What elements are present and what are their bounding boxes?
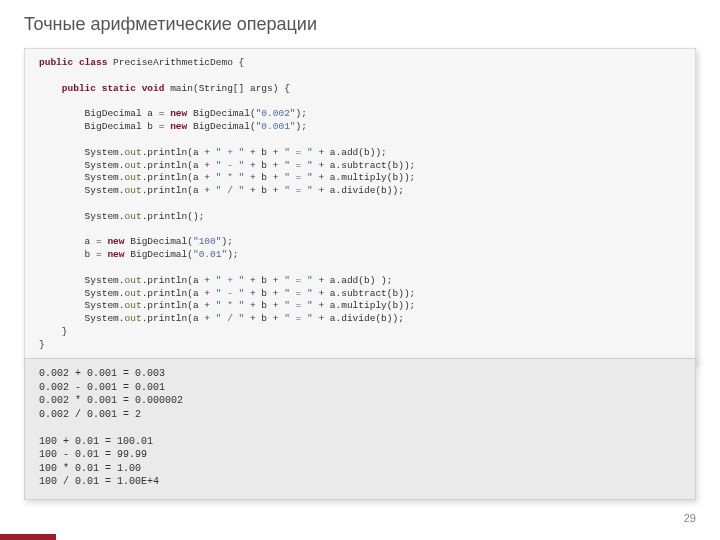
txt: System. [39,275,125,286]
txt: BigDecimal( [125,249,193,260]
fld: out [125,172,142,183]
txt: System. [39,185,125,196]
txt: ); [221,236,232,247]
txt: System. [39,288,125,299]
fld: out [125,211,142,222]
txt: + a.divide(b)); [313,185,404,196]
fld: out [125,313,142,324]
txt: .println(a + [142,185,216,196]
str: " / " [216,185,245,196]
str: "100" [193,236,222,247]
str: " + " [216,147,245,158]
txt: + b + [244,288,284,299]
page-number: 29 [684,512,696,524]
str: " + " [216,275,245,286]
str: " - " [216,288,245,299]
txt: } [39,339,45,350]
kw: public class [39,57,107,68]
txt: ); [227,249,238,260]
str: "0.001" [256,121,296,132]
str: " = " [284,288,313,299]
txt: BigDecimal b = [39,121,170,132]
txt: b = [39,249,107,260]
str: " = " [284,313,313,324]
txt: + b + [244,147,284,158]
txt: .println(a + [142,275,216,286]
str: " * " [216,172,245,183]
txt: BigDecimal( [187,108,255,119]
out-line: 100 * 0.01 = 1.00 [39,463,141,474]
fld: out [125,185,142,196]
txt: PreciseArithmeticDemo { [107,57,244,68]
txt: .println(a + [142,172,216,183]
slide-title: Точные арифметические операции [24,14,317,35]
txt: BigDecimal a = [39,108,170,119]
out-line: 0.002 + 0.001 = 0.003 [39,368,165,379]
fld: out [125,288,142,299]
str: " / " [216,313,245,324]
out-line: 0.002 / 0.001 = 2 [39,409,141,420]
txt: + a.divide(b)); [313,313,404,324]
out-line: 100 - 0.01 = 99.99 [39,449,147,460]
str: " = " [284,160,313,171]
txt: + b + [244,172,284,183]
str: "0.002" [256,108,296,119]
txt: + a.add(b) ); [313,275,393,286]
kw: new [107,249,124,260]
out-line: 100 + 0.01 = 100.01 [39,436,153,447]
txt: + a.add(b)); [313,147,387,158]
txt: + a.multiply(b)); [313,300,416,311]
txt: .println(a + [142,313,216,324]
txt: + b + [244,313,284,324]
fld: out [125,160,142,171]
str: " * " [216,300,245,311]
txt: System. [39,172,125,183]
txt: System. [39,313,125,324]
code-block: public class PreciseArithmeticDemo { pub… [24,48,696,363]
out-line: 0.002 - 0.001 = 0.001 [39,382,165,393]
txt: BigDecimal( [187,121,255,132]
txt: ); [296,121,307,132]
txt: ); [296,108,307,119]
txt: a = [39,236,107,247]
kw: public static void [62,83,165,94]
fld: out [125,300,142,311]
txt: + a.subtract(b)); [313,288,416,299]
txt: System. [39,160,125,171]
str: " = " [284,147,313,158]
out-line: 100 / 0.01 = 1.00E+4 [39,476,159,487]
txt: .println(a + [142,288,216,299]
txt: .println(a + [142,147,216,158]
fld: out [125,275,142,286]
str: " = " [284,300,313,311]
txt: + b + [244,185,284,196]
kw: new [107,236,124,247]
txt: } [39,326,68,337]
out-line: 0.002 * 0.001 = 0.000002 [39,395,183,406]
txt: + b + [244,160,284,171]
kw: new [170,121,187,132]
txt: main(String[] args) { [164,83,289,94]
txt: .println(a + [142,160,216,171]
kw: new [170,108,187,119]
txt: + b + [244,275,284,286]
txt: System. [39,147,125,158]
fld: out [125,147,142,158]
txt: + a.multiply(b)); [313,172,416,183]
txt: BigDecimal( [125,236,193,247]
str: " = " [284,172,313,183]
str: "0.01" [193,249,227,260]
str: " = " [284,275,313,286]
str: " = " [284,185,313,196]
slide: Точные арифметические операции public cl… [0,0,720,540]
txt: .println(a + [142,300,216,311]
txt: System. [39,300,125,311]
footer-accent-bar [0,534,56,540]
str: " - " [216,160,245,171]
txt: System. [39,211,125,222]
txt: + a.subtract(b)); [313,160,416,171]
txt: .println(); [142,211,205,222]
output-block: 0.002 + 0.001 = 0.003 0.002 - 0.001 = 0.… [24,358,696,500]
txt: + b + [244,300,284,311]
